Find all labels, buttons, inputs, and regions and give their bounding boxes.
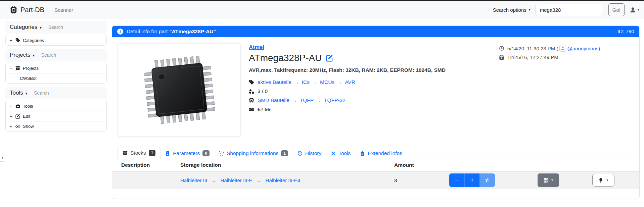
tree-item-label: Show (23, 124, 34, 129)
arrow-icon: → (211, 177, 216, 183)
search-options-dropdown[interactable]: Search options ▾ (493, 7, 531, 13)
archive-icon (15, 66, 20, 70)
tab-label: Extended infos (368, 150, 402, 156)
edit-part-button[interactable] (326, 55, 333, 62)
stock-row: Halbleiter III → Halbleiter III-E → Halb… (112, 171, 639, 189)
tab-tools[interactable]: Tools (326, 147, 355, 159)
manufacturer-link[interactable]: Atmel (249, 44, 264, 50)
storage-location-link[interactable]: Halbleiter III (180, 177, 207, 183)
go-button[interactable]: Go! (608, 3, 625, 16)
footprint-link[interactable]: SMD Bauteile (258, 97, 289, 103)
expand-icon[interactable]: + (9, 103, 13, 109)
tree-item-cwsbot[interactable]: CWSBot (6, 73, 106, 83)
projects-dropdown[interactable]: Projects ▾ (10, 52, 35, 58)
category-link[interactable]: MCUs (320, 79, 334, 85)
part-detail-card: i Detail info for part "ATmega328P-AU" I… (112, 25, 640, 199)
move-stock-button[interactable] (479, 173, 495, 187)
tree-item-show[interactable]: + Show (6, 121, 106, 131)
clipboard-icon (360, 151, 365, 156)
footprint-link[interactable]: TQFP (300, 97, 314, 103)
card-footer-space (112, 189, 639, 199)
chevron-down-icon: ▾ (606, 178, 608, 182)
chevron-left-icon: ‹ (2, 155, 3, 160)
amount-button-group: − + (449, 173, 495, 187)
section-title: Projects (10, 52, 30, 58)
cart-icon (219, 151, 224, 156)
collapse-icon[interactable]: − (9, 65, 13, 71)
footprint-link[interactable]: TQFP-32 (324, 97, 346, 103)
arrow-icon: → (337, 79, 342, 85)
category-link[interactable]: aktive Bauteile (258, 79, 291, 85)
banknote-icon (249, 107, 254, 112)
sidebar-section-categories-header: Categories ▾ (5, 21, 107, 34)
column-header-description: Description (112, 159, 178, 171)
last-modified-value: 5/14/20, 11:30:23 PM ( (507, 46, 558, 51)
sidebar: Categories ▾ + Categories Projects ▾ − (5, 21, 107, 135)
tab-parameters[interactable]: Parameters 0 (160, 147, 214, 159)
amount-summary: 3 / 0 (258, 88, 268, 94)
created-row: 12/25/16, 12:27:49 PM (499, 54, 634, 60)
tab-shopping-informations[interactable]: Shopping informations 1 (214, 147, 293, 159)
projects-search-input[interactable] (41, 52, 85, 58)
expand-icon[interactable]: + (9, 124, 13, 129)
shapes-icon (249, 89, 254, 94)
storage-location-link[interactable]: Halbleiter III-E4 (266, 177, 300, 183)
tab-label: Parameters (173, 150, 200, 156)
info-icon: i (117, 29, 123, 35)
decrease-amount-button[interactable]: − (449, 173, 464, 187)
tree-item-edit[interactable]: + Edit (6, 111, 106, 121)
tree-item-projects[interactable]: − Projects (6, 63, 106, 73)
stock-amount-cell: 3 (392, 171, 447, 189)
brand-label: Part-DB (20, 6, 44, 14)
search-input[interactable] (536, 4, 603, 16)
category-link[interactable]: ICs (302, 79, 310, 85)
tree-item-tools[interactable]: + Tools (6, 101, 106, 111)
stock-description-cell (112, 171, 178, 189)
top-navbar: Part-DB Scanner Search options ▾ Go! ▾ (0, 1, 644, 19)
part-image[interactable] (118, 43, 241, 137)
categories-search-input[interactable] (48, 24, 92, 30)
user-avatar (559, 45, 566, 52)
tree-item-label: Projects (23, 66, 39, 71)
tab-extended-infos[interactable]: Extended infos (355, 147, 407, 159)
tab-history[interactable]: History (293, 147, 326, 159)
swap-arrows-icon (485, 177, 490, 183)
arrow-icon: → (316, 97, 321, 103)
arrow-icon: → (312, 79, 317, 85)
modified-user-link[interactable]: @anonymous (567, 46, 599, 51)
user-menu-dropdown[interactable]: ▾ (630, 7, 639, 13)
sidebar-collapse-handle[interactable]: ‹ (0, 154, 5, 162)
increase-amount-button[interactable]: + (464, 173, 479, 187)
stock-qr-cell: ▾ (535, 171, 590, 189)
tools-search-input[interactable] (34, 90, 78, 96)
tools-tree: + Tools + Edit + Show (5, 101, 107, 132)
pencil-square-icon (15, 114, 20, 119)
category-link[interactable]: AVR (345, 79, 355, 85)
categories-dropdown[interactable]: Categories ▾ (10, 24, 42, 31)
chip-photo (130, 47, 229, 133)
label-dropdown-button[interactable]: ▾ (538, 173, 559, 187)
expand-icon[interactable]: + (9, 38, 13, 43)
eye-icon (15, 124, 20, 129)
tools-dropdown[interactable]: Tools ▾ (10, 90, 27, 96)
tree-item-label: CWSBot (20, 76, 37, 81)
amount-row: 3 / 0 (249, 87, 446, 96)
part-info-column: Atmel ATmega328P-AU AVR,max. Taktfrequen… (249, 43, 446, 137)
category-row: aktive Bauteile → ICs → MCUs → AVR (249, 77, 446, 87)
sidebar-section-tools-header: Tools ▾ (5, 87, 107, 99)
header-prefix: Detail info for part (127, 29, 168, 35)
nav-link-scanner[interactable]: Scanner (54, 7, 73, 13)
led-locate-dropdown-button[interactable]: ▾ (592, 174, 614, 187)
app-brand[interactable]: Part-DB (10, 6, 44, 14)
dates-column: 5/14/20, 11:30:23 PM ( @anonymous ) 12/2… (499, 43, 634, 137)
tab-stocks[interactable]: Stocks 1 (118, 147, 160, 159)
cpu-logo-icon (10, 6, 17, 14)
storage-location-link[interactable]: Halbleiter III-E (220, 177, 252, 183)
tab-badge: 1 (281, 150, 288, 156)
chevron-down-icon: ▾ (40, 26, 42, 30)
column-header-storage-location: Storage location (178, 159, 392, 171)
tag-icon (15, 38, 20, 43)
expand-icon[interactable]: + (9, 114, 13, 119)
price-row: €2.99 (249, 105, 446, 114)
tree-item-categories[interactable]: + Categories (6, 35, 106, 45)
